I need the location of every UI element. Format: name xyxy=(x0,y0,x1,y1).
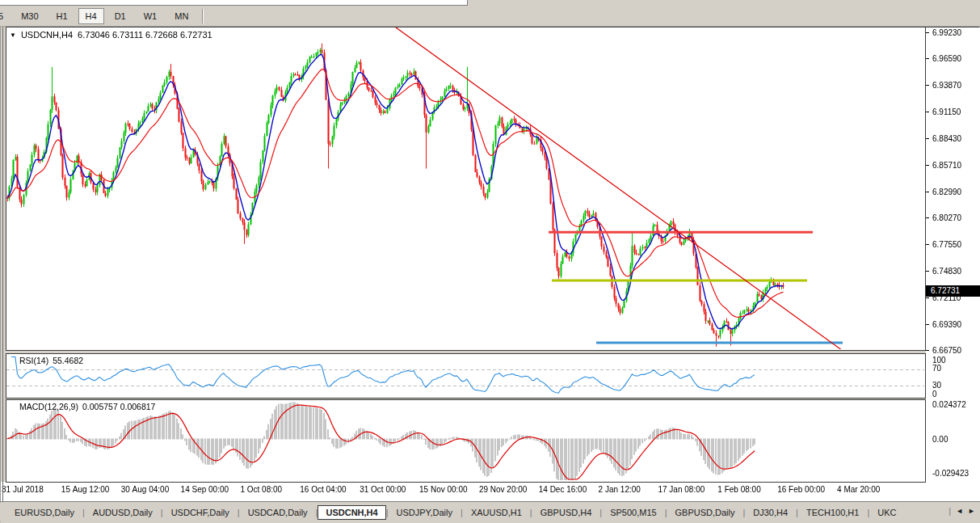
tab-scroll-left-icon[interactable]: ◄ xyxy=(956,507,963,515)
rsi-pane[interactable] xyxy=(6,354,925,397)
chart-tab-dj30-h4[interactable]: DJ30,H4 xyxy=(745,505,796,520)
time-axis[interactable] xyxy=(0,482,980,501)
chart-tab-eurusd-daily[interactable]: EURUSD,Daily xyxy=(6,505,82,520)
tf-button-h1[interactable]: H1 xyxy=(49,8,75,24)
chart-tab-sp500-m15[interactable]: SP500,M15 xyxy=(602,505,664,520)
chart-tab-usdjpy-daily[interactable]: USDJPY,Daily xyxy=(389,505,461,520)
upper-panel-edge xyxy=(0,0,980,6)
tf-button-mn[interactable]: MN xyxy=(167,8,196,24)
price-axis[interactable] xyxy=(926,27,980,482)
timeframe-toolbar: 5M30H1H4D1W1MN xyxy=(0,6,980,27)
tf-button-d1[interactable]: D1 xyxy=(107,8,133,24)
tf-button-5[interactable]: 5 xyxy=(0,8,11,24)
chart-tab-xauusd-h1[interactable]: XAUUSD,H1 xyxy=(463,505,530,520)
market-watch-edge xyxy=(0,0,468,6)
tf-button-m30[interactable]: M30 xyxy=(14,8,45,24)
chart-tab-tech100-h1[interactable]: TECH100,H1 xyxy=(798,505,867,520)
chart-tab-gbpusd-daily[interactable]: GBPUSD,Daily xyxy=(667,505,742,520)
chart-tab-usdchf-daily[interactable]: USDCHF,Daily xyxy=(163,505,238,520)
tab-separator: | xyxy=(948,506,951,516)
price-pane[interactable] xyxy=(6,27,925,349)
chart-tab-usdcad-daily[interactable]: USDCAD,Daily xyxy=(240,505,316,520)
macd-pane[interactable] xyxy=(6,400,925,481)
tab-scroll-right-icon[interactable]: ► xyxy=(968,507,975,515)
tab-scroll-buttons: | ◄ ► xyxy=(945,504,978,517)
chart-tab-ukc[interactable]: UKC xyxy=(869,505,904,520)
chart-tab-gbpusd-h4[interactable]: GBPUSD,H4 xyxy=(532,505,600,520)
tf-button-w1[interactable]: W1 xyxy=(137,8,165,24)
chart-tab-usdcnh-h4[interactable]: USDCNH,H4 xyxy=(318,505,385,520)
tf-button-h4[interactable]: H4 xyxy=(78,8,104,24)
chart-tab-audusd-daily[interactable]: AUDUSD,Daily xyxy=(85,505,161,520)
toolbar-separator xyxy=(202,9,204,23)
chart-tab-bar: EURUSD,Daily|AUDUSD,Daily|USDCHF,Daily|U… xyxy=(0,503,980,521)
